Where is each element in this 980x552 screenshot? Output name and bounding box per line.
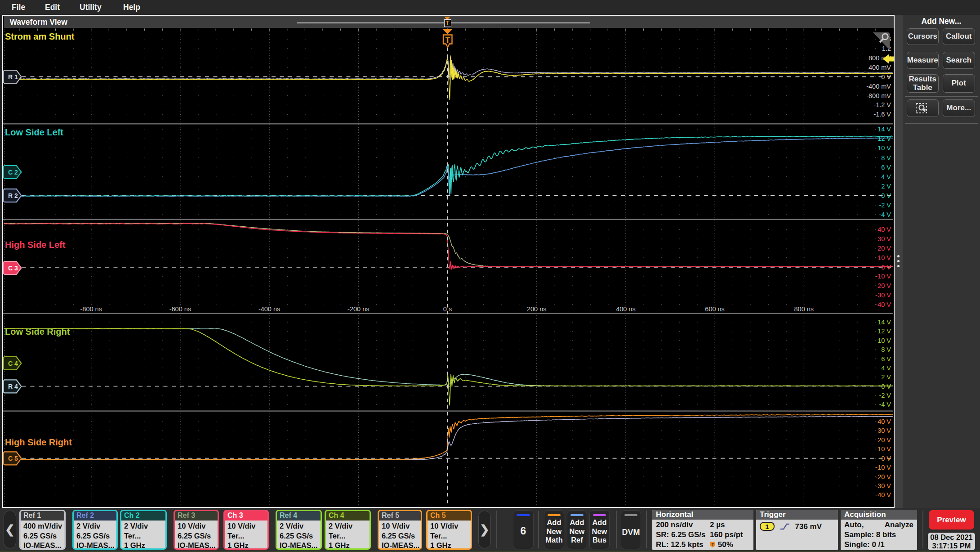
svg-text:Low Side Right: Low Side Right [5, 327, 70, 337]
svg-text:4 V: 4 V [881, 364, 891, 372]
svg-text:30 V: 30 V [878, 427, 891, 434]
svg-text:10 V: 10 V [878, 144, 891, 152]
svg-text:Low Side Left: Low Side Left [5, 127, 63, 137]
svg-text:-1.2 V: -1.2 V [873, 101, 891, 108]
svg-text:R: R [8, 73, 13, 81]
svg-text:6 V: 6 V [881, 164, 891, 171]
svg-text:-800 mV: -800 mV [866, 92, 891, 99]
svg-text:8 V: 8 V [881, 154, 891, 162]
svg-text:0 V: 0 V [881, 455, 891, 462]
svg-text:14 V: 14 V [878, 319, 891, 326]
svg-text:-2 V: -2 V [879, 202, 891, 209]
svg-text:0 V: 0 V [881, 192, 891, 199]
svg-text:C: C [8, 455, 13, 462]
svg-text:-400 ns: -400 ns [258, 305, 280, 313]
svg-text:800 ns: 800 ns [794, 305, 814, 313]
svg-text:0 V: 0 V [881, 73, 891, 81]
svg-text:R: R [8, 192, 13, 199]
svg-text:-10 V: -10 V [875, 464, 891, 471]
svg-text:-10 V: -10 V [875, 273, 891, 280]
svg-text:400 mV: 400 mV [869, 64, 891, 71]
svg-text:C: C [8, 265, 13, 272]
svg-text:High Side Left: High Side Left [5, 240, 66, 250]
svg-text:8 V: 8 V [881, 346, 891, 353]
svg-text:6 V: 6 V [881, 355, 891, 363]
svg-text:Strom am Shunt: Strom am Shunt [5, 31, 75, 41]
svg-text:200 ns: 200 ns [527, 305, 547, 313]
svg-text:0 V: 0 V [881, 383, 891, 390]
svg-text:-40 V: -40 V [875, 301, 891, 308]
svg-text:0 V: 0 V [881, 264, 891, 271]
svg-text:30 V: 30 V [878, 235, 891, 242]
svg-text:0 s: 0 s [443, 305, 452, 313]
svg-text:-4 V: -4 V [879, 401, 891, 408]
svg-text:20 V: 20 V [878, 245, 891, 252]
svg-text:2: 2 [14, 192, 18, 199]
svg-text:-20 V: -20 V [875, 473, 891, 480]
svg-text:10 V: 10 V [878, 337, 891, 344]
svg-text:-800 ns: -800 ns [80, 305, 102, 313]
svg-text:-40 V: -40 V [875, 491, 891, 498]
svg-text:12 V: 12 V [878, 135, 891, 142]
svg-text:C: C [8, 360, 13, 367]
svg-text:4: 4 [14, 383, 18, 390]
svg-text:1: 1 [14, 73, 18, 81]
svg-text:-30 V: -30 V [875, 482, 891, 489]
svg-text:4 V: 4 V [881, 173, 891, 180]
svg-text:40 V: 40 V [878, 418, 891, 425]
svg-text:-1.6 V: -1.6 V [873, 111, 891, 118]
svg-text:-4 V: -4 V [879, 211, 891, 218]
svg-text:10 V: 10 V [878, 254, 891, 261]
svg-text:3: 3 [14, 265, 18, 272]
svg-text:12 V: 12 V [878, 328, 891, 335]
svg-text:-200 ns: -200 ns [347, 305, 369, 313]
svg-text:4: 4 [14, 360, 18, 367]
svg-text:14 V: 14 V [878, 126, 891, 133]
svg-text:2 V: 2 V [881, 183, 891, 190]
svg-text:-30 V: -30 V [875, 292, 891, 299]
svg-text:-400 mV: -400 mV [866, 83, 891, 90]
svg-text:20 V: 20 V [878, 436, 891, 444]
svg-text:400 ns: 400 ns [616, 305, 636, 313]
svg-text:-600 ns: -600 ns [169, 305, 191, 313]
svg-text:C: C [8, 169, 13, 176]
svg-text:10 V: 10 V [878, 445, 891, 453]
svg-text:R: R [8, 383, 13, 390]
svg-text:2 V: 2 V [881, 373, 891, 381]
svg-text:40 V: 40 V [878, 226, 891, 233]
svg-text:600 ns: 600 ns [705, 305, 725, 313]
svg-text:T: T [445, 36, 450, 44]
svg-text:2: 2 [14, 169, 18, 176]
svg-text:High Side Right: High Side Right [5, 437, 72, 447]
svg-text:-2 V: -2 V [879, 392, 891, 399]
svg-text:5: 5 [14, 455, 18, 462]
svg-text:-20 V: -20 V [875, 282, 891, 289]
